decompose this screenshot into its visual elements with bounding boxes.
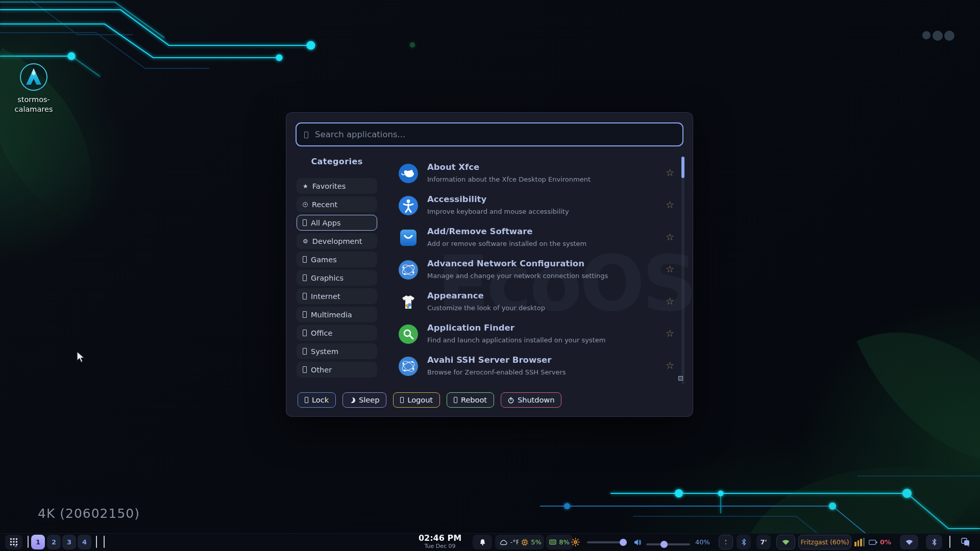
favorite-star-icon[interactable]: ☆ <box>666 328 674 339</box>
reboot-icon <box>454 397 457 403</box>
sleep-button-label: Sleep <box>359 396 379 404</box>
category-item-all-apps[interactable]: All Apps <box>297 215 377 231</box>
app-description: Find and launch applications installed o… <box>427 336 606 344</box>
category-item-other[interactable]: Other <box>297 362 377 378</box>
favorite-star-icon[interactable]: ☆ <box>666 263 674 274</box>
sun-icon <box>571 538 580 546</box>
category-item-graphics[interactable]: Graphics <box>297 270 377 286</box>
wifi-icon <box>905 539 914 545</box>
network-ssid-button[interactable]: Fritzgast (60%) <box>798 535 851 549</box>
category-item-recent[interactable]: Recent <box>297 196 377 212</box>
volume-slider[interactable] <box>646 543 690 545</box>
workspace-button-4[interactable]: 4 <box>78 535 91 549</box>
clock[interactable]: 02:46 PM Tue Dec 09 <box>411 534 469 550</box>
brightness-slider[interactable] <box>587 541 627 543</box>
cpu-monitor[interactable]: 5% <box>519 535 544 549</box>
category-item-office[interactable]: Office <box>297 325 377 341</box>
scrollbar-thumb[interactable] <box>681 157 684 178</box>
search-input[interactable] <box>297 123 682 145</box>
wifi-icon <box>781 539 790 545</box>
box-icon <box>303 330 307 336</box>
app-menu-button[interactable] <box>5 535 22 549</box>
app-item-accessibility[interactable]: Accessibility Improve keyboard and mouse… <box>398 190 683 222</box>
category-item-multimedia[interactable]: Multimedia <box>297 307 377 322</box>
app-launcher-panel: EcoOS Categories ★ Favorites Recent All … <box>286 112 693 417</box>
cloud-icon <box>499 539 508 545</box>
wifi-status-button[interactable] <box>776 535 795 549</box>
category-label: Multimedia <box>311 311 352 319</box>
reboot-button[interactable]: Reboot <box>447 392 494 408</box>
brightness-slider-thumb[interactable] <box>620 539 627 546</box>
search-box[interactable] <box>296 122 683 146</box>
dots-decoration <box>922 31 954 41</box>
categories-header: Categories <box>297 157 377 166</box>
signal-bars-icon <box>854 538 865 546</box>
workspace-label: 3 <box>67 538 71 546</box>
shutdown-button-label: Shutdown <box>518 396 554 404</box>
resize-grip-icon[interactable] <box>678 376 683 381</box>
desktop-icon-stormos-calamares[interactable]: stormos- calamares <box>9 62 58 114</box>
category-label: System <box>311 347 338 356</box>
lock-button[interactable]: Lock <box>298 392 336 408</box>
box-icon <box>303 348 307 355</box>
window-switcher-button[interactable] <box>955 535 976 549</box>
workspace-button-1[interactable]: 1 <box>31 535 45 549</box>
app-item-application-finder[interactable]: Application Finder Find and launch appli… <box>398 318 683 350</box>
stormos-logo-icon <box>19 62 48 92</box>
app-item-advanced-network-configuration[interactable]: Advanced Network Configuration Manage an… <box>398 254 683 286</box>
scrollbar[interactable] <box>681 157 684 384</box>
category-label: Games <box>311 256 337 264</box>
tray-menu-button[interactable] <box>719 535 733 549</box>
favorite-star-icon[interactable]: ☆ <box>666 167 674 178</box>
box-icon <box>303 293 307 299</box>
category-item-favorites[interactable]: ★ Favorites <box>297 178 377 194</box>
category-label: Graphics <box>311 274 344 282</box>
taskbar-separator <box>96 536 97 548</box>
favorite-star-icon[interactable]: ☆ <box>666 231 674 242</box>
logout-icon <box>400 397 404 403</box>
shutdown-button[interactable]: Shutdown <box>501 392 561 408</box>
workspace-button-3[interactable]: 3 <box>62 535 76 549</box>
logout-button[interactable]: Logout <box>393 392 440 408</box>
app-name: Advanced Network Configuration <box>427 259 584 268</box>
bluetooth-tray-button[interactable] <box>737 535 751 549</box>
category-item-internet[interactable]: Internet <box>297 288 377 304</box>
app-description: Customize the look of your desktop <box>427 304 545 312</box>
bluetooth-icon <box>741 538 747 546</box>
ram-monitor[interactable]: 8% <box>546 535 573 549</box>
xfce-mouse-icon <box>399 164 418 183</box>
app-item-add-remove-software[interactable]: Add/Remove Software Add or remove softwa… <box>398 222 683 254</box>
star-icon: ★ <box>303 183 308 189</box>
bell-icon <box>479 538 486 546</box>
wifi-applet-button[interactable] <box>900 535 918 549</box>
recent-icon <box>303 202 308 207</box>
workspace-button-2[interactable]: 2 <box>47 535 61 549</box>
category-item-games[interactable]: Games <box>297 252 377 267</box>
favorite-star-icon[interactable]: ☆ <box>666 360 674 371</box>
app-item-appearance[interactable]: Appearance Customize the look of your de… <box>398 286 683 318</box>
battery-indicator[interactable]: 0% <box>868 535 892 549</box>
favorite-star-icon[interactable]: ☆ <box>666 295 674 307</box>
app-name: Avahi SSH Server Browser <box>427 355 551 365</box>
notifications-button[interactable] <box>473 535 492 549</box>
app-item-about-xfce[interactable]: About Xfce Information about the Xfce De… <box>398 158 683 190</box>
category-item-system[interactable]: System <box>297 343 377 359</box>
keyboard-indicator[interactable]: 7' <box>756 535 771 549</box>
clock-time: 02:46 PM <box>411 534 469 543</box>
lock-button-label: Lock <box>312 396 329 404</box>
favorite-star-icon[interactable]: ☆ <box>666 199 674 210</box>
clock-date: Tue Dec 09 <box>411 543 469 550</box>
brightness-icon[interactable] <box>571 535 580 549</box>
app-description: Add or remove software installed on the … <box>427 240 586 247</box>
bluetooth-applet-button[interactable] <box>926 535 942 549</box>
battery-icon <box>869 540 877 545</box>
app-item-avahi-ssh-server-browser[interactable]: Avahi SSH Server Browser Browse for Zero… <box>398 350 683 383</box>
taskbar-separator <box>949 536 950 548</box>
volume-slider-thumb[interactable] <box>660 541 668 548</box>
category-item-development[interactable]: ⚙ Development <box>297 233 377 249</box>
sleep-button[interactable]: Sleep <box>342 392 386 408</box>
battery-percent: 0% <box>880 538 891 546</box>
volume-icon-button[interactable] <box>633 535 642 549</box>
network-globe-icon <box>399 357 418 376</box>
lock-icon <box>305 397 308 403</box>
